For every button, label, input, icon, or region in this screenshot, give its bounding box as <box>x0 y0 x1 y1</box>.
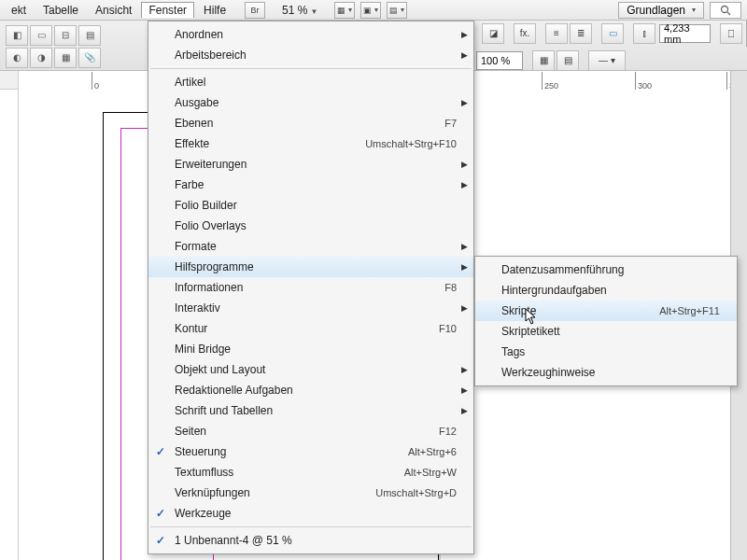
menu-item[interactable]: InformationenF8 <box>148 277 473 298</box>
menu-ansicht[interactable]: Ansicht <box>88 2 139 19</box>
menu-item-label: 1 Unbenannt-4 @ 51 % <box>175 534 457 547</box>
menu-item[interactable]: VerknüpfungenUmschalt+Strg+D <box>148 483 473 503</box>
menu-item[interactable]: Tags <box>475 342 737 362</box>
menu-item[interactable]: Redaktionelle Aufgaben▶ <box>148 380 473 400</box>
tool-icon[interactable]: ⊟ <box>54 25 77 46</box>
submenu-arrow-icon: ▶ <box>461 50 468 60</box>
corner-icon[interactable]: ⎕ <box>720 23 742 44</box>
menu-item-label: Hintergrundaufgaben <box>501 284 720 297</box>
tool-icon[interactable]: ◐ <box>6 48 28 68</box>
align-icon[interactable]: ≣ <box>570 23 592 44</box>
menu-item[interactable]: Folio Overlays <box>148 216 473 236</box>
menu-item[interactable]: SkripteAlt+Strg+F11 <box>475 301 737 321</box>
stroke-style-dropdown[interactable]: — ▾ <box>588 50 626 71</box>
menu-item[interactable]: ✓1 Unbenannt-4 @ 51 % <box>148 530 473 551</box>
menu-item[interactable]: Mini Bridge <box>148 339 473 359</box>
menu-item[interactable]: Arbeitsbereich▶ <box>148 45 473 65</box>
tool-icon[interactable]: ▭ <box>30 25 52 46</box>
menu-item-shortcut: Umschalt+Strg+F10 <box>365 138 457 149</box>
menu-item[interactable]: Anordnen▶ <box>148 24 473 45</box>
menu-item-label: Folio Overlays <box>175 219 457 232</box>
menu-item[interactable]: Werkzeughinweise <box>475 362 737 383</box>
menu-item-shortcut: F8 <box>444 282 457 293</box>
menu-item-label: Formate <box>175 240 457 253</box>
submenu-arrow-icon: ▶ <box>461 98 468 107</box>
tool-icon[interactable]: ▦ <box>54 48 77 68</box>
menu-item[interactable]: KonturF10 <box>148 318 473 339</box>
menu-item[interactable]: Objekt und Layout▶ <box>148 359 473 380</box>
ruler-tick: 250 <box>542 72 558 91</box>
swatch-icon[interactable]: ◪ <box>482 23 504 44</box>
menu-item[interactable]: EbenenF7 <box>148 113 473 133</box>
ruler-origin[interactable] <box>0 71 19 90</box>
menu-item-shortcut: F10 <box>439 323 457 334</box>
submenu-arrow-icon: ▶ <box>461 160 468 169</box>
check-icon: ✓ <box>156 445 165 458</box>
menu-tabelle[interactable]: Tabelle <box>35 2 86 19</box>
vertical-ruler[interactable] <box>0 90 19 560</box>
menu-item[interactable]: Hilfsprogramme▶ <box>148 257 473 277</box>
menu-item-label: Farbe <box>175 178 457 191</box>
menu-item[interactable]: Artikel <box>148 72 473 92</box>
menu-item[interactable]: Ausgabe▶ <box>148 92 473 113</box>
menu-item-label: Skriptetikett <box>501 325 720 338</box>
submenu-arrow-icon: ▶ <box>461 30 468 39</box>
menu-item[interactable]: Hintergrundaufgaben <box>475 280 737 301</box>
screen-mode-icon[interactable]: ▦▾ <box>334 2 355 19</box>
ruler-tick: 0 <box>92 72 99 91</box>
menu-item[interactable]: Farbe▶ <box>148 175 473 195</box>
menu-item[interactable]: ✓Werkzeuge <box>148 503 473 524</box>
menu-item-label: Anordnen <box>175 28 457 41</box>
menu-item-shortcut: Alt+Strg+W <box>404 467 457 478</box>
submenu-arrow-icon: ▶ <box>461 242 468 251</box>
menu-item[interactable]: Skriptetikett <box>475 321 737 342</box>
stroke-weight-field[interactable]: 4,233 mm <box>659 24 711 43</box>
menu-separator <box>150 68 472 69</box>
view-options-icon[interactable]: ▣▾ <box>360 2 381 19</box>
menu-item[interactable]: SeitenF12 <box>148 421 473 441</box>
menu-item-label: Werkzeughinweise <box>501 366 720 379</box>
menu-item-label: Werkzeuge <box>175 507 457 520</box>
effects-icon[interactable]: ▤ <box>557 50 579 71</box>
zoom-level[interactable]: 51 %▼ <box>276 4 323 17</box>
bridge-icon[interactable]: Br <box>245 2 265 19</box>
menu-item[interactable]: Datenzusammenführung <box>475 259 737 280</box>
menu-item-label: Interaktiv <box>175 301 457 315</box>
menu-item-label: Tags <box>501 345 720 358</box>
menu-item-label: Hilfsprogramme <box>175 260 457 273</box>
submenu-arrow-icon: ▶ <box>461 406 468 415</box>
effects-icon[interactable]: ▦ <box>532 50 555 71</box>
search-button[interactable] <box>710 2 741 19</box>
menu-item-label: Folio Builder <box>175 199 457 212</box>
menu-hilfe[interactable]: Hilfe <box>196 2 233 19</box>
menubar: ekt Tabelle Ansicht Fenster Hilfe Br 51 … <box>0 0 747 21</box>
menu-item[interactable]: Folio Builder <box>148 195 473 216</box>
svg-line-1 <box>727 12 730 15</box>
menu-item[interactable]: Erweiterungen▶ <box>148 154 473 175</box>
stroke-icon[interactable]: ⫿ <box>633 23 655 44</box>
menu-objekt[interactable]: ekt <box>4 2 34 19</box>
menu-item[interactable]: EffekteUmschalt+Strg+F10 <box>148 133 473 154</box>
menu-item-label: Datenzusammenführung <box>501 263 720 276</box>
tool-icon[interactable]: ◧ <box>6 25 28 46</box>
workspace-switcher[interactable]: Grundlagen▾ <box>618 2 704 19</box>
arrange-docs-icon[interactable]: ▤▾ <box>387 2 407 19</box>
menu-item-label: Informationen <box>175 281 407 294</box>
align-icon[interactable]: ≡ <box>545 23 568 44</box>
tool-icon[interactable]: ◑ <box>30 48 52 68</box>
opacity-field[interactable]: 100 % <box>476 51 523 70</box>
menu-item-label: Artikel <box>175 76 457 89</box>
menu-item[interactable]: Formate▶ <box>148 236 473 257</box>
tool-icon[interactable]: ▤ <box>78 25 101 46</box>
menu-item[interactable]: TextumflussAlt+Strg+W <box>148 462 473 483</box>
menu-item[interactable]: Interaktiv▶ <box>148 298 473 318</box>
menu-item[interactable]: ✓SteuerungAlt+Strg+6 <box>148 441 473 462</box>
tool-icon[interactable]: 📎 <box>78 48 101 68</box>
menu-item-shortcut: F12 <box>439 426 457 437</box>
frame-fit-icon[interactable]: ▭ <box>601 23 624 44</box>
menu-item-label: Steuerung <box>175 445 371 458</box>
menu-item-label: Seiten <box>175 425 402 438</box>
menu-fenster[interactable]: Fenster <box>141 2 194 18</box>
menu-item[interactable]: Schrift und Tabellen▶ <box>148 400 473 421</box>
fx-button[interactable]: fx. <box>514 23 536 44</box>
